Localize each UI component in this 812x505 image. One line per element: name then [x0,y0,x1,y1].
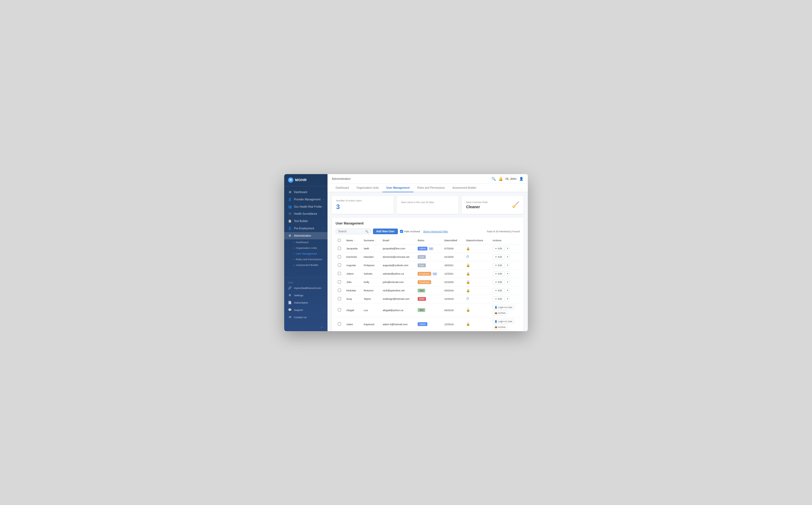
sidebar-link-myhealth[interactable]: 🔗 myocchealthrecord.com › [284,284,328,292]
dropdown-button[interactable]: ▾ [505,246,510,251]
sidebar-item-administration[interactable]: ⚙ Administration ˅ [284,232,328,239]
stat-label-common-role: Most Common Role [466,201,488,204]
table-body: JacquettaNethjacquetta@live.comAdmin +10… [336,244,520,331]
hide-archived-label: Hide Archived [404,230,420,233]
edit-button[interactable]: ✏ Edit [492,271,504,276]
dropdown-button[interactable]: ▾ [505,288,510,293]
cell-date: 12/2019 [442,317,464,331]
tabs-bar: Dashboard Organisation Units User Manage… [328,184,528,192]
login-as-button[interactable]: 👤 Login As User [492,305,514,310]
cell-roles: Employee +1 [415,270,442,278]
cell-actions: ✏ Edit ▾ [490,286,520,295]
hide-archived-checkbox[interactable]: Hide Archived [400,230,420,233]
th-surname: Surname ↕ [362,237,381,244]
row-checkbox[interactable] [338,297,341,300]
table-row: AbigailLouabigail@yahoo.caTest 03/2019🔒 … [336,303,520,317]
lock-icon: 🔒 [466,264,470,267]
tab-org-units[interactable]: Organisation Units [353,184,382,192]
tab-assessment-builder[interactable]: Assessment Builder [449,184,480,192]
dropdown-button[interactable]: ▾ [505,271,510,276]
lock-icon: 🔒 [466,289,470,293]
dropdown-button[interactable]: ▾ [505,255,510,259]
dropdown-button[interactable]: ▾ [505,263,510,268]
sidebar-link-subscription[interactable]: 📄 Subscription [284,299,328,306]
sidebar-item-provider[interactable]: 👤 Provider Management › [284,196,328,203]
row-checkbox[interactable] [338,280,341,284]
edit-button[interactable]: ✏ Edit [492,263,504,268]
row-checkbox[interactable] [338,247,341,250]
sidebar-item-test-builder[interactable]: 📋 Test Builder [284,217,328,225]
edit-button[interactable]: ✏ Edit [492,297,504,301]
logo-icon: M [288,177,293,183]
row-checkbox[interactable] [338,272,341,275]
th-checkbox [336,237,344,244]
user-greeting: Hi, John [505,177,517,180]
subnav-label: Organisation Units [296,246,317,249]
cell-name: Jacquetta [344,244,361,252]
hide-archived-input[interactable] [400,230,403,233]
subnav-item-dashboard[interactable]: Dashboard [284,239,328,245]
row-checkbox[interactable] [338,308,341,311]
sidebar-link-support[interactable]: 💬 Support › [284,306,328,314]
role-badge: Employee [418,280,431,284]
cell-surname: Kelly [362,278,381,286]
search-icon[interactable]: 🔍 [491,177,496,181]
actions-cell: ✏ Edit ▾ [492,288,518,293]
login-as-button[interactable]: 👤 Login As User [492,319,514,324]
sidebar-link-label: Contact Us [294,316,307,319]
row-checkbox[interactable] [338,289,341,292]
sidebar-item-occ-health[interactable]: 👥 Occ Health Risk Profile › [284,203,328,210]
sidebar-item-label: Occ Health Risk Profile [294,205,322,208]
actions-cell: ✏ Edit ▾ [492,271,518,276]
add-new-user-button[interactable]: Add New User [373,228,398,234]
subnav-item-user-management[interactable]: User Management [284,251,328,257]
subnav-item-assessment-builder[interactable]: Assessment Builder [284,262,328,268]
dropdown-button[interactable]: ▾ [505,297,510,301]
sidebar-item-dashboard[interactable]: ⊞ Dashboard [284,188,328,196]
cell-date: 12/2021 [442,270,464,278]
actions-cell: 👤 Login As User 📦 Archive [492,319,518,330]
tab-user-management[interactable]: User Management [382,184,413,192]
cell-roles: RMS [415,295,442,303]
sidebar-item-label: Pre-Employment [294,227,314,230]
cell-date: 03/2019 [442,286,464,295]
search-box[interactable]: 🔍 [336,228,371,234]
select-all-checkbox[interactable] [338,239,341,242]
user-avatar-icon[interactable]: 👤 [519,177,524,181]
sidebar-item-pre-employment[interactable]: 👤 Pre-Employment › [284,225,328,232]
cell-actions: ✏ Edit ▾ [490,244,520,252]
edit-button[interactable]: ✏ Edit [492,288,504,293]
edit-button[interactable]: ✏ Edit [492,255,504,260]
tab-roles-permissions[interactable]: Roles and Permissions [413,184,448,192]
table-row: DominickMarsdendominick@comcast.netUser … [336,252,520,261]
archive-button[interactable]: 📦 Archive [492,325,508,330]
archive-button[interactable]: 📦 Archive [492,311,508,315]
bell-icon[interactable]: 🔔 [498,177,503,181]
cell-name: Nickolas [344,286,361,295]
tab-dashboard[interactable]: Dashboard [332,184,353,192]
extra-roles-badge: +1 [429,247,433,250]
sidebar-link-settings[interactable]: ⚙ Settings [284,292,328,299]
row-checkbox[interactable] [338,264,341,267]
subnav-item-roles-permissions[interactable]: Roles and Permissions [284,257,328,262]
chevron-down-icon: ˅ [323,234,324,237]
cell-status: ⏱ [464,295,490,303]
logo-text: MOHR [295,178,307,182]
table-header-row: Name ↕ Surname ↕ Email ↕ Roles DateAdded… [336,237,520,244]
search-input[interactable] [338,230,364,233]
sidebar-link-contact[interactable]: ✉ Contact Us › [284,314,328,321]
lock-icon: 🔒 [466,322,470,326]
subnav-item-org-units[interactable]: Organisation Units [284,245,328,251]
cell-actions: 👤 Login As User 📦 Archive [490,303,520,317]
cell-roles: User [415,261,442,270]
advanced-filter-link[interactable]: Show Advanced Filter [423,230,448,233]
edit-button[interactable]: ✏ Edit [492,246,504,251]
edit-button[interactable]: ✏ Edit [492,280,504,285]
main-content: Administration 🔍 🔔 Hi, John 👤 Dashboard … [328,174,528,331]
row-checkbox[interactable] [338,322,341,325]
dropdown-button[interactable]: ▾ [505,280,510,284]
sidebar-item-health-surveillance[interactable]: 🛡 Health Surveillance › [284,210,328,217]
collapse-sidebar-button[interactable]: ← [284,323,328,331]
row-checkbox[interactable] [338,255,341,258]
cell-roles: User [415,252,442,261]
